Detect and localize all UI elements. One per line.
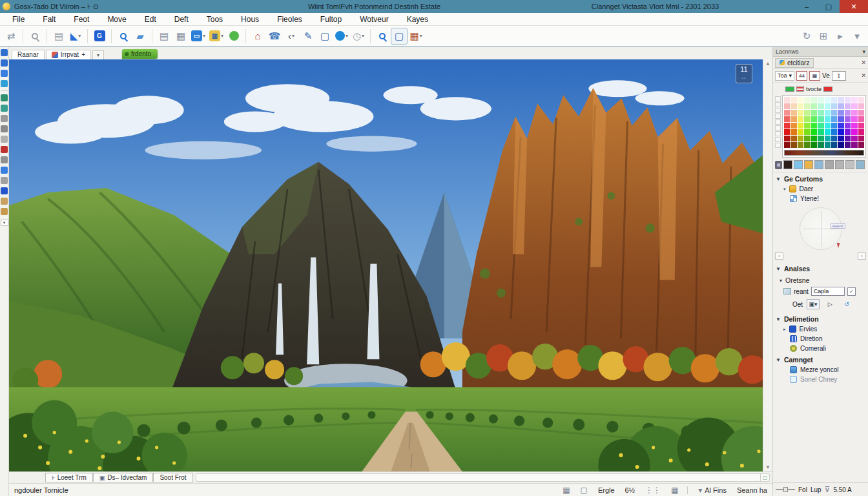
menu-move[interactable]: Move [99,14,134,25]
pan-arrows-icon[interactable]: ⇄ [3,28,19,45]
canvas-tab-1[interactable]: Raanar [12,50,45,59]
sheet-tab-3[interactable]: Soot Frot [153,473,192,482]
palette-cell[interactable] [818,97,823,103]
sheet-tab-2[interactable]: ▣Ds– Idvecfam [93,473,154,482]
palette-cell[interactable] [804,103,810,109]
palette-cell[interactable] [798,97,803,103]
palette-cell[interactable] [851,136,857,141]
palette-cell[interactable] [831,103,837,109]
color-swatch-5[interactable] [825,160,834,169]
palette-cell[interactable] [845,136,851,141]
palette-cell[interactable] [845,103,851,109]
palette-cell[interactable] [804,136,810,141]
page-status-icon[interactable]: ▢ [581,486,588,495]
palette-cell[interactable] [784,110,790,116]
section-analses[interactable]: ▼Analses [773,262,868,274]
palette-cell[interactable] [851,129,857,135]
palette-cell[interactable] [784,123,790,129]
dots-icon[interactable]: ⋮⋮ [645,486,661,495]
tool-icon-5[interactable] [1,94,8,101]
palette-cell[interactable] [818,103,823,109]
grid-small-icon[interactable]: ⊞ [815,28,832,45]
palette-cell[interactable] [858,110,864,116]
palette-cell[interactable] [798,116,803,122]
palette-cell[interactable] [790,110,796,116]
palette-cell[interactable] [831,123,837,129]
color-swatch-8[interactable] [856,160,865,169]
play-icon[interactable]: ▸ [832,28,849,45]
palette-cell[interactable] [831,136,837,141]
name-field[interactable]: Capla [811,287,845,296]
camnget-item-2[interactable]: Sonel Chney [773,375,868,384]
palette-cell[interactable] [851,110,857,116]
palette-cell[interactable] [825,103,831,109]
palette-cell[interactable] [851,142,857,148]
tool-icon-15[interactable] [1,198,8,205]
color-swatch-6[interactable] [835,160,844,169]
palette-cell[interactable] [858,97,864,103]
tool-icon-16[interactable] [1,208,8,215]
palette-cell[interactable] [784,97,790,103]
palette-cell[interactable] [790,129,796,135]
chevron-left-icon[interactable]: ‹▾ [283,28,300,45]
menu-kayes[interactable]: Kayes [398,14,437,25]
palette-cell[interactable] [798,136,803,141]
play-action-icon[interactable]: ▷ [823,299,836,309]
delimetion-item-2[interactable]: Diretion [773,334,868,344]
palette-cell[interactable] [858,103,864,109]
section-delimetion[interactable]: ▼Delimetion [773,313,868,324]
palette-cell[interactable] [804,129,810,135]
palette-cell[interactable] [825,123,831,129]
palette-cell[interactable] [838,136,843,141]
mini-scrollbar[interactable]: ‹ › [775,253,866,260]
palette-cell[interactable] [811,129,817,135]
palette-cell[interactable] [818,110,823,116]
color-swatch-7[interactable] [845,160,854,169]
palette-cell[interactable] [845,129,851,135]
minimize-button[interactable]: – [796,0,818,13]
menu-fieoles[interactable]: Fieoles [269,14,311,25]
palette-cell[interactable] [845,142,851,148]
palette-cell[interactable] [851,97,857,103]
home-icon[interactable]: ⌂ [249,28,266,45]
table-icon[interactable]: ▦▾ [408,28,424,45]
palette-cell[interactable] [825,110,831,116]
section-ge-curtoms[interactable]: ▼Ge Curtoms [773,172,868,184]
chart-icon[interactable]: ▦ [172,28,189,45]
palette-cell[interactable] [851,123,857,129]
ai-fins-control[interactable]: ▾ Al Fins [698,486,727,495]
menu-hous[interactable]: Hous [232,14,267,25]
palette-cell[interactable] [845,123,851,129]
fol-label[interactable]: Fol [798,486,807,493]
record-icon[interactable] [225,28,242,45]
panel-menu-icon[interactable]: ▾ [862,48,865,55]
search-icon[interactable] [115,28,132,45]
palette-cell[interactable] [845,97,851,103]
tool-icon-14[interactable] [1,187,8,194]
refresh-icon[interactable]: ↻ [798,28,815,45]
palette-cell[interactable] [818,142,823,148]
zoom-slider[interactable] [776,489,795,490]
palette-cell[interactable] [838,129,843,135]
scroll-down-icon[interactable]: ▼ [765,464,770,470]
page-browse-icon[interactable]: ▢ [760,474,769,481]
palette-cell[interactable] [790,116,796,122]
paste-block-icon[interactable]: G [91,28,108,45]
scroll-right-icon[interactable]: › [858,253,866,260]
phone-icon[interactable]: ☎ [266,28,283,45]
delimetion-item-3[interactable]: Comerali [773,344,868,353]
palette-cell[interactable] [838,142,843,148]
palette-cell[interactable] [818,129,823,135]
history-clock-icon[interactable]: ◷▾ [350,28,367,45]
menu-toos[interactable]: Toos [198,14,231,25]
zoom-search-icon[interactable] [374,28,391,45]
palette-cell[interactable] [825,129,831,135]
palette-cell[interactable] [825,136,831,141]
palette-cell[interactable] [831,110,837,116]
maximize-button[interactable]: ▢ [818,0,840,13]
layers-item-2[interactable]: Ytene! [773,194,868,203]
mode-button[interactable]: ▣▾ [807,299,820,309]
palette-cell[interactable] [790,103,796,109]
tool-icon-8[interactable] [1,125,8,132]
palette-cell[interactable] [858,116,864,122]
